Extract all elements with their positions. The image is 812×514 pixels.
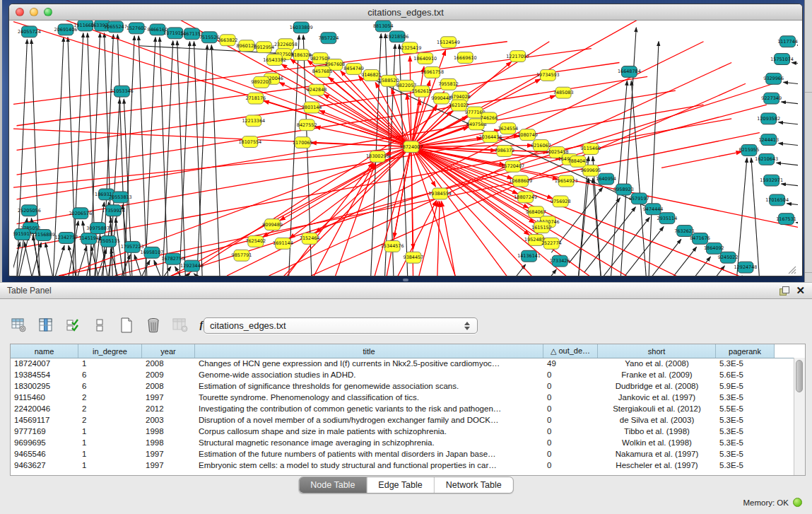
table-cell[interactable]: Investigating the contribution of common…	[195, 404, 543, 413]
float-panel-icon[interactable]	[779, 286, 789, 295]
column-header-2[interactable]: year	[142, 344, 195, 358]
table-cell[interactable]: 0	[543, 393, 598, 402]
panel-splitter[interactable]	[403, 279, 408, 281]
select-column-icon[interactable]	[37, 316, 55, 334]
table-cell[interactable]: 5.6E-5	[716, 370, 775, 379]
table-row[interactable]: 1456911722003Disruption of a novel membe…	[11, 414, 794, 426]
table-cell[interactable]: Corpus callosum shape and size in male p…	[195, 427, 543, 436]
table-cell[interactable]: 2	[78, 393, 142, 402]
table-cell[interactable]: 2	[78, 404, 142, 413]
table-cell[interactable]: 0	[543, 427, 598, 436]
table-cell[interactable]: 5.3E-5	[716, 359, 775, 368]
table-cell[interactable]: Embryonic stem cells: a model to study s…	[195, 461, 543, 469]
table-cell[interactable]: Stergiakouli et al. (2012)	[598, 404, 716, 413]
table-cell[interactable]: 9463627	[11, 461, 78, 469]
table-cell[interactable]: 6	[78, 370, 142, 379]
table-cell[interactable]: 5.9E-5	[716, 382, 775, 390]
table-cell[interactable]: 5.3E-5	[716, 416, 775, 424]
table-cell[interactable]: 1	[78, 461, 142, 469]
resize-grip[interactable]	[785, 263, 796, 274]
table-row[interactable]: 1872400712008Changes of HCN gene express…	[11, 358, 794, 369]
table-cell[interactable]: 18300295	[11, 382, 78, 390]
table-cell[interactable]: 1998	[142, 427, 195, 436]
table-row[interactable]: 977716911998Corpus callosum shape and si…	[11, 426, 794, 437]
table-body[interactable]: 1872400712008Changes of HCN gene express…	[11, 358, 794, 475]
table-cell[interactable]: Dudbridge et al. (2008)	[598, 382, 716, 390]
column-header-3[interactable]: title	[195, 344, 543, 358]
table-cell[interactable]: 0	[543, 438, 598, 447]
table-cell[interactable]: Estimation of significance thresholds fo…	[195, 382, 543, 390]
table-cell[interactable]: 1	[78, 359, 142, 368]
network-canvas[interactable]: 1872400776638228960128891295423226058982…	[13, 21, 798, 276]
table-cell[interactable]: 1997	[142, 461, 195, 469]
table-cell[interactable]: Franke et al. (2009)	[598, 370, 716, 379]
vertical-scrollbar[interactable]	[794, 358, 805, 475]
delete-table-icon[interactable]	[171, 316, 189, 334]
zoom-window-button[interactable]	[44, 8, 52, 16]
delete-column-icon[interactable]	[144, 316, 163, 334]
table-row[interactable]: 946554611997Estimation of the future num…	[11, 448, 794, 460]
table-cell[interactable]: 19384554	[11, 370, 78, 379]
column-header-6[interactable]: pagerank	[716, 344, 775, 358]
table-settings-icon[interactable]	[10, 316, 28, 334]
table-cell[interactable]: Genome-wide association studies in ADHD.	[195, 370, 543, 379]
table-cell[interactable]: 5.3E-5	[716, 438, 775, 447]
table-header-row[interactable]: namein_degreeyeartitle△ out_de…shortpage…	[11, 344, 805, 358]
scrollbar-thumb[interactable]	[796, 360, 803, 392]
table-cell[interactable]: Wolkin et al. (1998)	[598, 438, 716, 447]
column-header-1[interactable]: in_degree	[78, 344, 142, 358]
table-cell[interactable]: 1997	[142, 450, 195, 458]
close-panel-icon[interactable]: ✕	[796, 286, 805, 295]
table-cell[interactable]: 6	[78, 382, 142, 390]
table-cell[interactable]: 1997	[142, 393, 195, 402]
table-cell[interactable]: Estimation of the future numbers of pati…	[195, 450, 543, 458]
show-columns-icon[interactable]	[64, 316, 82, 334]
table-cell[interactable]: 9777169	[11, 427, 78, 436]
table-cell[interactable]: 0	[543, 404, 598, 413]
table-row[interactable]: 946362711997Embryonic stem cells: a mode…	[11, 460, 794, 471]
table-cell[interactable]: 5.3E-5	[716, 450, 775, 458]
table-row[interactable]: 911546021997Tourette syndrome. Phenomeno…	[11, 392, 794, 403]
table-cell[interactable]: Changes of HCN gene expression and I(f) …	[195, 359, 543, 368]
new-column-icon[interactable]	[117, 316, 136, 334]
table-row[interactable]: 1830029562008Estimation of significance …	[11, 380, 794, 392]
table-cell[interactable]: 2012	[142, 404, 195, 413]
table-cell[interactable]: 1	[78, 450, 142, 458]
table-cell[interactable]: 0	[543, 416, 598, 424]
table-cell[interactable]: 0	[543, 461, 598, 469]
table-cell[interactable]: 49	[543, 359, 598, 368]
table-cell[interactable]: de Silva et al. (2003)	[598, 416, 716, 424]
table-cell[interactable]: 9465546	[11, 450, 78, 458]
table-cell[interactable]: 1	[78, 427, 142, 436]
table-cell[interactable]: 14569117	[11, 416, 78, 424]
table-cell[interactable]: Tourette syndrome. Phenomenology and cla…	[195, 393, 543, 402]
table-cell[interactable]: 2008	[142, 382, 195, 390]
table-cell[interactable]: Jankovic et al. (1997)	[598, 393, 716, 402]
table-selector-dropdown[interactable]: citations_edges.txt	[204, 317, 478, 334]
row-options-icon[interactable]	[90, 316, 109, 334]
table-cell[interactable]: 9699695	[11, 438, 78, 447]
table-cell[interactable]: 5.5E-5	[716, 404, 775, 413]
table-row[interactable]: 1938455462009Genome-wide association stu…	[11, 369, 794, 380]
table-cell[interactable]: 22420046	[11, 404, 78, 413]
table-cell[interactable]: 18724007	[11, 359, 78, 368]
table-cell[interactable]: 5.3E-5	[716, 427, 775, 436]
table-cell[interactable]: 9115460	[11, 393, 78, 402]
table-cell[interactable]: Nakamura et al. (1997)	[598, 450, 716, 458]
table-cell[interactable]: 2003	[142, 416, 195, 424]
table-cell[interactable]: 0	[543, 370, 598, 379]
column-header-4[interactable]: △ out_de…	[543, 344, 598, 358]
column-header-5[interactable]: short	[598, 344, 716, 358]
tab-node-table[interactable]: Node Table	[299, 477, 367, 493]
tab-edge-table[interactable]: Edge Table	[367, 477, 434, 493]
network-graph[interactable]: 1872400776638228960128891295423226058982…	[13, 21, 798, 276]
table-cell[interactable]: 1998	[142, 438, 195, 447]
table-cell[interactable]: 5.3E-5	[716, 461, 775, 469]
table-cell[interactable]: 2009	[142, 370, 195, 379]
table-cell[interactable]: 5.3E-5	[716, 393, 775, 402]
table-cell[interactable]: 0	[543, 450, 598, 458]
table-cell[interactable]: Disruption of a novel member of a sodium…	[195, 416, 543, 424]
tab-network-table[interactable]: Network Table	[435, 477, 513, 493]
close-window-button[interactable]	[16, 8, 24, 16]
network-window-titlebar[interactable]: citations_edges.txt	[9, 4, 802, 21]
